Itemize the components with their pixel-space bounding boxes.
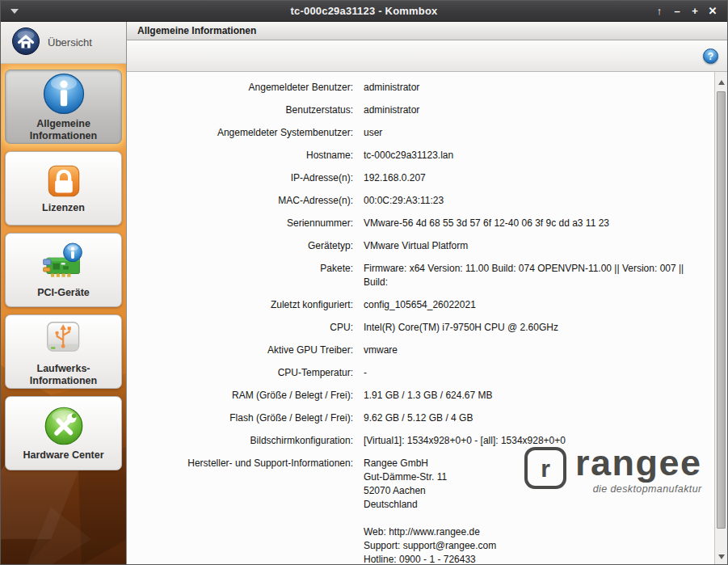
rangee-brand-text: rangee bbox=[575, 447, 702, 479]
info-row: CPU:Intel(R) Core(TM) i7-9750H CPU @ 2.6… bbox=[127, 321, 714, 335]
info-value: Firmware: x64 Version: 11.00 Build: 074 … bbox=[364, 262, 707, 289]
info-row: Gerätetyp:VMware Virtual Platform bbox=[127, 239, 714, 253]
info-value: administrator bbox=[364, 81, 419, 95]
help-icon[interactable]: ? bbox=[703, 48, 718, 64]
content-area: Angemeldeter Benutzer:administratorBenut… bbox=[127, 72, 714, 565]
info-value: 00:0C:29:A3:11:23 bbox=[364, 194, 444, 208]
info-icon bbox=[42, 72, 86, 116]
vertical-scrollbar[interactable] bbox=[714, 72, 727, 565]
panel-header: Allgemeine Informationen bbox=[127, 22, 727, 40]
pci-card-icon bbox=[42, 241, 86, 285]
info-value: vmware bbox=[364, 344, 398, 357]
info-label: Pakete: bbox=[127, 262, 353, 289]
info-value: - bbox=[364, 366, 367, 380]
minimize-button[interactable]: – bbox=[670, 4, 684, 19]
info-label: Zuletzt konfiguriert: bbox=[127, 298, 353, 312]
uebersicht-label: Übersicht bbox=[48, 36, 92, 48]
info-value: user bbox=[364, 126, 382, 140]
main-panel: Allgemeine Informationen ? Angemeldeter … bbox=[127, 22, 727, 565]
nav-label: Hardware Center bbox=[16, 449, 110, 462]
arrow-down-icon bbox=[718, 554, 725, 559]
info-value: tc-000c29a31123.lan bbox=[364, 149, 453, 162]
sidebar: Übersicht Allgemeine Informationen bbox=[1, 22, 127, 565]
info-label: Bildschirmkonfiguration: bbox=[127, 434, 353, 448]
manufacturer-line: Deutschland bbox=[364, 498, 496, 512]
info-label: MAC-Adresse(n): bbox=[127, 194, 353, 208]
nav-label: Lizenzen bbox=[36, 202, 91, 214]
rangee-logo-mark: r bbox=[524, 447, 566, 489]
info-label: Flash (Größe / Belegt / Frei): bbox=[127, 411, 353, 425]
maximize-button[interactable]: + bbox=[688, 4, 702, 19]
window-menu-button[interactable] bbox=[1, 1, 28, 21]
toolbar: ? bbox=[127, 40, 727, 72]
manufacturer-line bbox=[364, 512, 496, 525]
scrollbar-down-button[interactable] bbox=[715, 552, 727, 562]
info-value: Intel(R) Core(TM) i7-9750H CPU @ 2.60GHz bbox=[364, 321, 558, 335]
close-button[interactable]: ✕ bbox=[705, 4, 720, 19]
info-label: Gerätetyp: bbox=[127, 239, 353, 253]
window-title: tc-000c29a31123 - Kommbox bbox=[1, 5, 727, 17]
info-row: Angemeldeter Systembenutzer:user bbox=[127, 126, 714, 140]
info-label: Hostname: bbox=[127, 149, 353, 162]
sidebar-item-hardware-center[interactable]: Hardware Center bbox=[5, 396, 122, 470]
info-label: Benutzerstatus: bbox=[127, 103, 353, 117]
rangee-logo: r rangee die desktopmanufaktur bbox=[524, 447, 702, 495]
info-label: RAM (Größe / Belegt / Frei): bbox=[127, 389, 353, 403]
home-icon bbox=[11, 27, 40, 59]
sidebar-nav: Allgemeine Informationen Lizenzen bbox=[1, 64, 126, 470]
info-label: Hersteller- und Support-Informationen: bbox=[127, 457, 353, 565]
rangee-logo-letter: r bbox=[541, 457, 550, 481]
info-row: Seriennummer:VMware-56 4d 68 55 3d 57 6f… bbox=[127, 217, 714, 230]
sidebar-item-laufwerks-informationen[interactable]: Laufwerks-Informationen bbox=[5, 314, 122, 389]
titlebar: tc-000c29a31123 - Kommbox ↑ – + ✕ bbox=[1, 1, 727, 22]
sidebar-item-lizenzen[interactable]: Lizenzen bbox=[5, 151, 122, 226]
lock-icon bbox=[45, 162, 82, 200]
info-row: Angemeldeter Benutzer:administrator bbox=[127, 81, 714, 95]
shade-button[interactable]: ↑ bbox=[652, 4, 667, 19]
scrollbar-up-button[interactable] bbox=[715, 78, 727, 87]
panel-title: Allgemeine Informationen bbox=[137, 25, 256, 36]
nav-label: PCI-Geräte bbox=[31, 287, 96, 299]
info-label: Angemeldeter Systembenutzer: bbox=[127, 126, 353, 140]
info-value: administrator bbox=[364, 103, 419, 117]
info-value: 1.91 GB / 1.3 GB / 624.67 MB bbox=[364, 389, 492, 403]
info-value: 9.62 GB / 5.12 GB / 4 GB bbox=[364, 411, 473, 425]
scrollbar-thumb[interactable] bbox=[717, 91, 726, 529]
info-row: RAM (Größe / Belegt / Frei):1.91 GB / 1.… bbox=[127, 389, 714, 403]
info-value: VMware-56 4d 68 55 3d 57 6f 12-40 06 3f … bbox=[364, 217, 609, 230]
nav-label: Laufwerks-Informationen bbox=[6, 363, 121, 387]
info-label: CPU: bbox=[127, 321, 353, 335]
usb-drive-icon bbox=[42, 317, 86, 361]
info-row: Flash (Größe / Belegt / Frei):9.62 GB / … bbox=[127, 411, 714, 425]
info-row: Benutzerstatus:administrator bbox=[127, 103, 714, 117]
manufacturer-lines: Rangee GmbH Gut-Dämme-Str. 11 52070 Aach… bbox=[364, 457, 496, 565]
info-row: Aktive GPU Treiber:vmware bbox=[127, 344, 714, 357]
info-row: Pakete:Firmware: x64 Version: 11.00 Buil… bbox=[127, 262, 714, 289]
info-row: MAC-Adresse(n):00:0C:29:A3:11:23 bbox=[127, 194, 714, 208]
sidebar-item-uebersicht[interactable]: Übersicht bbox=[1, 22, 126, 64]
info-label: Aktive GPU Treiber: bbox=[127, 344, 353, 357]
info-row: Zuletzt konfiguriert:config_105654_26022… bbox=[127, 298, 714, 312]
sidebar-item-pci-geraete[interactable]: PCI-Geräte bbox=[5, 233, 122, 307]
info-value: [Virtual1]: 1534x928+0+0 - [all]: 1534x9… bbox=[364, 434, 566, 448]
info-label: IP-Adresse(n): bbox=[127, 171, 353, 185]
info-label: CPU-Temperatur: bbox=[127, 366, 353, 380]
info-row: Hostname:tc-000c29a31123.lan bbox=[127, 149, 714, 162]
sidebar-item-allgemeine-informationen[interactable]: Allgemeine Informationen bbox=[5, 70, 122, 144]
rangee-tagline: die desktopmanufaktur bbox=[575, 483, 702, 495]
tools-icon bbox=[43, 405, 85, 447]
info-row: CPU-Temperatur:- bbox=[127, 366, 714, 380]
info-row: IP-Adresse(n):192.168.0.207 bbox=[127, 171, 714, 185]
manufacturer-line: Gut-Dämme-Str. 11 bbox=[364, 470, 496, 484]
kommbox-window: tc-000c29a31123 - Kommbox ↑ – + ✕ bbox=[0, 0, 728, 565]
info-value: 192.168.0.207 bbox=[364, 171, 426, 185]
window-menu-icon bbox=[11, 9, 19, 14]
arrow-up-icon bbox=[718, 80, 725, 85]
manufacturer-line: Hotline: 0900 - 1 - 726433 bbox=[364, 553, 496, 565]
info-value: VMware Virtual Platform bbox=[364, 239, 468, 253]
window-controls: ↑ – + ✕ bbox=[652, 4, 727, 19]
manufacturer-line: Rangee GmbH bbox=[364, 457, 496, 470]
info-label: Angemeldeter Benutzer: bbox=[127, 81, 353, 95]
nav-label: Allgemeine Informationen bbox=[6, 118, 121, 142]
manufacturer-line: Web: http://www.rangee.de bbox=[364, 525, 496, 539]
